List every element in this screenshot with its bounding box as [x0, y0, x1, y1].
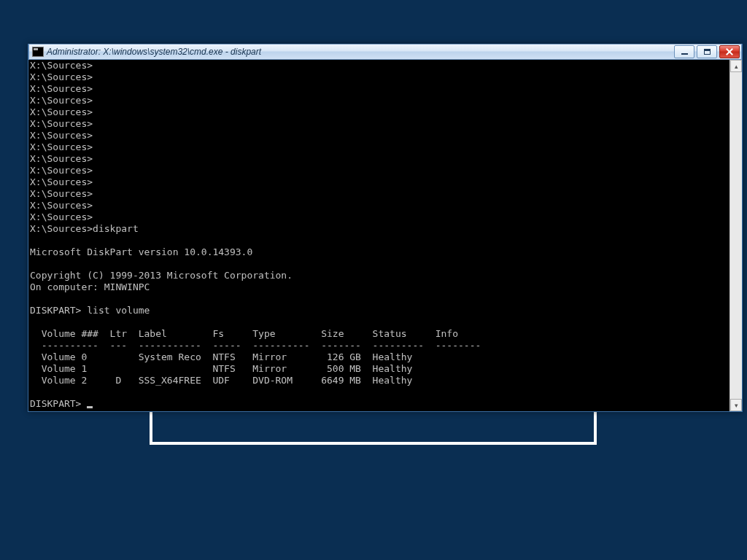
- terminal-cursor: [87, 406, 93, 408]
- vertical-scrollbar[interactable]: ▴ ▾: [729, 60, 742, 411]
- close-button[interactable]: [719, 45, 740, 58]
- client-area: X:\Sources> X:\Sources> X:\Sources> X:\S…: [28, 60, 742, 411]
- scroll-up-button[interactable]: ▴: [730, 60, 742, 72]
- cmd-icon: [32, 47, 44, 57]
- minimize-button[interactable]: [674, 45, 694, 58]
- cmd-window: Administrator: X:\windows\system32\cmd.e…: [28, 44, 743, 412]
- background-panel-fragment: [150, 412, 597, 445]
- scroll-down-button[interactable]: ▾: [730, 399, 742, 411]
- maximize-icon: [704, 49, 711, 55]
- minimize-icon: [681, 53, 688, 55]
- maximize-button[interactable]: [697, 45, 717, 58]
- titlebar[interactable]: Administrator: X:\windows\system32\cmd.e…: [28, 44, 742, 60]
- window-title: Administrator: X:\windows\system32\cmd.e…: [47, 47, 261, 57]
- window-controls: [674, 45, 740, 58]
- scroll-track[interactable]: [730, 72, 742, 399]
- close-icon: [726, 48, 733, 55]
- terminal-output[interactable]: X:\Sources> X:\Sources> X:\Sources> X:\S…: [28, 60, 729, 411]
